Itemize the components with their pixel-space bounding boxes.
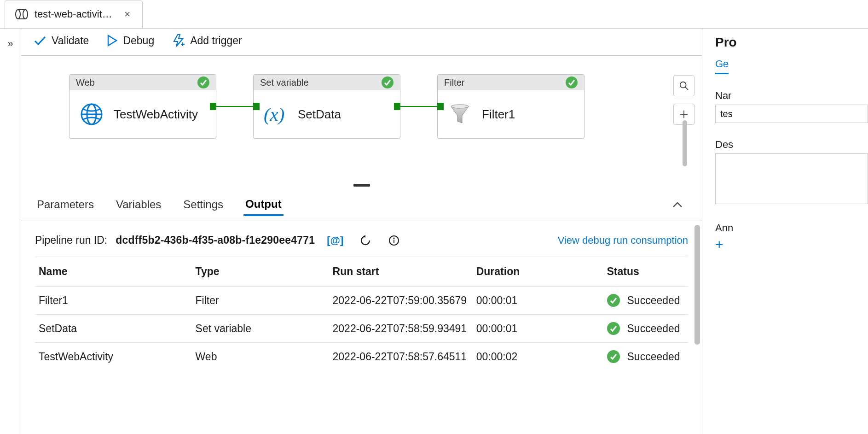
cell-status: Succeeded xyxy=(603,287,689,315)
tab-settings[interactable]: Settings xyxy=(181,194,225,216)
success-badge-icon xyxy=(607,294,620,307)
svg-point-1 xyxy=(23,10,28,19)
add-trigger-button[interactable]: Add trigger xyxy=(173,34,242,47)
globe-icon xyxy=(80,102,104,126)
run-id-label: Pipeline run ID: xyxy=(35,234,107,246)
validate-button[interactable]: Validate xyxy=(34,35,89,47)
activity-type-label: Web xyxy=(76,77,95,88)
svg-line-14 xyxy=(685,87,688,90)
activity-type-label: Filter xyxy=(444,77,464,88)
svg-point-13 xyxy=(680,82,686,88)
col-status[interactable]: Status xyxy=(603,257,689,287)
debug-label: Debug xyxy=(123,35,154,47)
success-connector[interactable] xyxy=(400,106,437,107)
cell-type: Web xyxy=(192,343,329,371)
cell-type: Set variable xyxy=(192,315,329,343)
table-row[interactable]: TestWebActivityWeb2022-06-22T07:58:57.64… xyxy=(35,343,688,371)
cell-duration: 00:00:01 xyxy=(473,287,603,315)
col-type[interactable]: Type xyxy=(192,257,329,287)
table-row[interactable]: SetDataSet variable2022-06-22T07:58:59.9… xyxy=(35,315,688,343)
expand-panel-icon[interactable]: » xyxy=(7,38,13,50)
activity-node[interactable]: Set variable(x)SetData xyxy=(253,74,400,139)
trigger-icon xyxy=(173,34,185,47)
debug-button[interactable]: Debug xyxy=(107,35,154,47)
add-annotation-button[interactable]: + xyxy=(715,237,868,252)
svg-point-0 xyxy=(16,10,20,19)
pipeline-canvas[interactable]: WebTestWebActivitySet variable(x)SetData… xyxy=(21,56,702,180)
tab-variables[interactable]: Variables xyxy=(114,194,163,216)
cell-name: TestWebActivity xyxy=(35,343,192,371)
activity-node[interactable]: FilterFilter1 xyxy=(437,74,584,139)
refresh-icon xyxy=(360,235,371,246)
editor-tab-title: test-web-activity-p... xyxy=(35,8,116,20)
activity-name: SetData xyxy=(298,107,341,122)
tab-output[interactable]: Output xyxy=(243,193,284,216)
activity-name: TestWebActivity xyxy=(114,107,198,122)
output-panel: Pipeline run ID: dcdff5b2-436b-4f35-a08b… xyxy=(21,221,702,434)
pipeline-icon xyxy=(15,9,28,20)
svg-text:(x): (x) xyxy=(264,104,284,125)
search-canvas-button[interactable] xyxy=(673,75,694,96)
info-button[interactable] xyxy=(384,235,404,246)
info-icon xyxy=(388,235,399,246)
activities-panel-collapsed: » xyxy=(0,29,21,434)
plus-icon xyxy=(679,109,689,119)
cell-duration: 00:00:01 xyxy=(473,315,603,343)
activity-node[interactable]: WebTestWebActivity xyxy=(69,74,216,139)
svg-point-18 xyxy=(393,237,395,239)
success-badge-icon xyxy=(607,322,620,335)
cell-name: Filter1 xyxy=(35,287,192,315)
add-trigger-label: Add trigger xyxy=(190,35,242,47)
annotations-label: Ann xyxy=(715,222,868,234)
cell-type: Filter xyxy=(192,287,329,315)
success-connector[interactable] xyxy=(216,106,253,107)
funnel-icon xyxy=(448,102,472,126)
output-table: Name Type Run start Duration Status Filt… xyxy=(35,257,688,370)
col-name[interactable]: Name xyxy=(35,257,192,287)
copy-run-id-button[interactable]: [@] xyxy=(323,235,347,246)
cell-duration: 00:00:02 xyxy=(473,343,603,371)
editor-tab[interactable]: test-web-activity-p... × xyxy=(5,0,143,28)
success-badge-icon xyxy=(197,76,209,88)
col-run-start[interactable]: Run start xyxy=(329,257,473,287)
search-icon xyxy=(679,81,689,91)
name-field[interactable] xyxy=(715,105,868,123)
output-scrollbar[interactable] xyxy=(694,225,700,345)
checkmark-icon xyxy=(34,35,46,46)
pipeline-toolbar: Validate Debug Add trigger xyxy=(21,29,702,56)
cell-status: Succeeded xyxy=(603,343,689,371)
view-debug-consumption-link[interactable]: View debug run consumption xyxy=(558,235,688,246)
activity-name: Filter1 xyxy=(482,107,515,122)
description-field[interactable] xyxy=(715,153,868,204)
name-label: Nar xyxy=(715,90,868,102)
cell-run-start: 2022-06-22T07:59:00.35679 xyxy=(329,287,473,315)
description-label: Des xyxy=(715,139,868,151)
svg-marker-4 xyxy=(108,35,116,46)
cell-run-start: 2022-06-22T07:58:59.93491 xyxy=(329,315,473,343)
success-badge-icon xyxy=(566,76,578,88)
cell-name: SetData xyxy=(35,315,192,343)
properties-title: Pro xyxy=(715,35,868,50)
properties-panel: Pro Ge Nar Des Ann + xyxy=(702,29,868,434)
variable-icon: (x) xyxy=(264,102,288,126)
table-row[interactable]: Filter1Filter2022-06-22T07:59:00.3567900… xyxy=(35,287,688,315)
col-duration[interactable]: Duration xyxy=(473,257,603,287)
svg-rect-19 xyxy=(393,240,394,243)
cell-status: Succeeded xyxy=(603,315,689,343)
pane-resize-handle[interactable] xyxy=(21,180,702,187)
tab-general[interactable]: Ge xyxy=(715,58,729,74)
run-id-value: dcdff5b2-436b-4f35-a08b-f1e290ee4771 xyxy=(116,234,315,246)
cell-run-start: 2022-06-22T07:58:57.64511 xyxy=(329,343,473,371)
svg-point-12 xyxy=(451,105,469,108)
play-outline-icon xyxy=(107,35,117,47)
collapse-panel-icon[interactable] xyxy=(667,199,688,211)
refresh-button[interactable] xyxy=(355,235,376,246)
bottom-panel-tabs: Parameters Variables Settings Output xyxy=(21,187,702,221)
success-badge-icon xyxy=(607,350,620,363)
close-icon[interactable]: × xyxy=(122,6,132,22)
tab-parameters[interactable]: Parameters xyxy=(35,194,96,216)
success-badge-icon xyxy=(382,76,393,88)
canvas-scrollbar[interactable] xyxy=(683,120,687,166)
editor-tabstrip: test-web-activity-p... × xyxy=(0,0,868,29)
activity-type-label: Set variable xyxy=(260,77,309,88)
